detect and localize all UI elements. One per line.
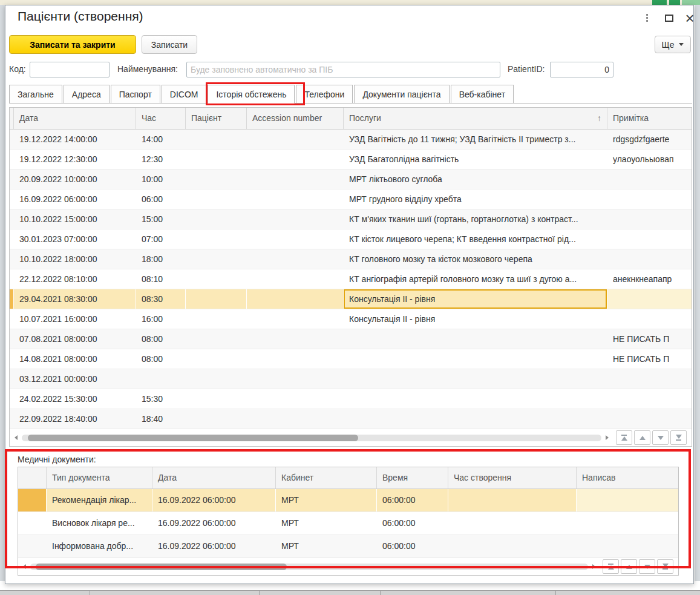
table-cell[interactable]: КТ м'яких тканин шиї (гортань, гортаногл… (344, 209, 607, 229)
table-cell[interactable]: 08:00 (136, 329, 186, 349)
table-cell[interactable] (344, 409, 607, 429)
table-cell[interactable] (607, 369, 692, 389)
table-row[interactable]: Висновок лікаря ре...16.09.2022 06:00:00… (18, 512, 678, 535)
table-cell[interactable]: 29.04.2021 08:30:00 (14, 289, 136, 309)
table-cell[interactable]: 08:10 (136, 269, 186, 289)
table-cell[interactable] (247, 289, 344, 309)
column-header[interactable]: Кабинет (276, 467, 377, 488)
table-cell[interactable] (247, 409, 344, 429)
table-cell[interactable]: Висновок лікаря ре... (47, 512, 152, 534)
column-header[interactable]: Тип документа (47, 467, 152, 488)
table-cell[interactable]: МРТ грудного відділу хребта (344, 189, 607, 209)
table-cell[interactable]: 14:00 (136, 130, 186, 149)
table-row[interactable]: Рекомендація лікар...16.09.2022 06:00:00… (18, 489, 678, 512)
scrollbar-track[interactable] (30, 564, 588, 570)
table-cell[interactable]: 16.09.2022 06:00:00 (152, 535, 276, 557)
column-header[interactable]: Написав (577, 467, 678, 488)
table-cell[interactable] (186, 229, 247, 249)
column-header[interactable]: Дата (14, 108, 136, 129)
table-row[interactable]: 30.01.2023 07:00:0007:00КТ кісток лицево… (10, 229, 692, 249)
table-cell[interactable]: 18:00 (136, 249, 186, 269)
table-cell[interactable]: 12:30 (136, 150, 186, 169)
table-cell[interactable]: 10.07.2021 16:00:00 (14, 309, 136, 329)
table-row[interactable]: 03.12.2021 00:00:00 (10, 369, 692, 389)
tab-1[interactable]: Адреса (64, 85, 110, 104)
table-cell[interactable] (247, 169, 344, 189)
table-cell[interactable]: МРТ (276, 535, 377, 557)
table-cell[interactable]: 08:30 (136, 289, 186, 309)
go-last-row-button[interactable] (657, 559, 673, 574)
column-header[interactable]: Accession number (247, 108, 344, 129)
table-cell[interactable] (247, 150, 344, 169)
table-cell[interactable] (344, 329, 607, 349)
table-cell[interactable]: УЗД Вагітність до 11 тижня; УЗД Вагітніс… (344, 130, 607, 149)
table-row[interactable]: 07.08.2021 08:00:0008:00НЕ ПИСАТЬ П (10, 329, 692, 349)
table-row[interactable]: 10.10.2022 18:00:0018:00КТ головного моз… (10, 249, 692, 269)
table-cell[interactable]: 16.09.2022 06:00:00 (152, 512, 276, 534)
save-and-close-button[interactable]: Записати та закрити (9, 35, 136, 54)
table-cell[interactable] (186, 329, 247, 349)
column-header[interactable]: Час (136, 108, 186, 129)
table-cell[interactable]: 16.09.2022 06:00:00 (14, 189, 136, 209)
table-cell[interactable]: МРТ (276, 489, 377, 511)
table-cell[interactable]: 22.12.2022 08:10:00 (14, 269, 136, 289)
tab-5[interactable]: Телефони (296, 85, 353, 104)
table-cell[interactable]: 15:30 (136, 389, 186, 409)
table-cell[interactable] (607, 309, 692, 329)
table-cell[interactable] (186, 309, 247, 329)
patient-id-input[interactable] (550, 62, 613, 77)
table-cell[interactable]: НЕ ПИСАТЬ П (607, 349, 692, 369)
table-cell[interactable]: 20.09.2022 10:00:00 (14, 169, 136, 189)
table-row[interactable]: 19.12.2022 14:00:0014:00УЗД Вагітність д… (10, 130, 692, 150)
table-cell[interactable]: Інформована добр... (47, 535, 152, 557)
table-cell[interactable]: 19.12.2022 12:30:00 (14, 150, 136, 169)
table-row[interactable]: 29.04.2021 08:30:0008:30Консультація ІІ … (10, 289, 692, 309)
table-cell[interactable] (577, 535, 678, 557)
table-cell[interactable] (186, 289, 247, 309)
table-cell[interactable]: 22.09.2022 18:40:00 (14, 409, 136, 429)
table-cell[interactable] (186, 150, 247, 169)
table-cell[interactable]: Консультація ІІ - рівня (344, 289, 607, 309)
code-input[interactable] (30, 62, 110, 77)
table-cell[interactable]: rdgsgdzfgaerte (607, 130, 692, 149)
table-row[interactable]: Інформована добр...16.09.2022 06:00:00МР… (18, 535, 678, 558)
tab-6[interactable]: Документи пацієнта (354, 85, 449, 104)
table-cell[interactable]: 07:00 (136, 229, 186, 249)
table-cell[interactable]: 19.12.2022 14:00:00 (14, 130, 136, 149)
table-cell[interactable] (186, 409, 247, 429)
table-cell[interactable] (247, 229, 344, 249)
table-row[interactable]: 14.08.2021 08:00:0008:00НЕ ПИСАТЬ П (10, 349, 692, 369)
column-header[interactable]: Время (377, 467, 448, 488)
table-cell[interactable]: МРТ (276, 512, 377, 534)
table-cell[interactable] (186, 349, 247, 369)
table-cell[interactable] (186, 189, 247, 209)
table-row[interactable]: 20.09.2022 10:00:0010:00МРТ ліктьового с… (10, 169, 692, 189)
scroll-right-icon[interactable] (592, 564, 595, 569)
table-cell[interactable] (607, 249, 692, 269)
table-cell[interactable] (186, 369, 247, 389)
table-cell[interactable]: МРТ ліктьового суглоба (344, 169, 607, 189)
table-cell[interactable] (186, 169, 247, 189)
scroll-left-icon[interactable] (23, 564, 26, 569)
tab-4[interactable]: Історія обстежень (208, 85, 295, 104)
table-cell[interactable]: КТ ангіографія артерій головного мозку т… (344, 269, 607, 289)
table-cell[interactable] (344, 389, 607, 409)
table-cell[interactable]: КТ кісток лицевого черепа; КТ введення к… (344, 229, 607, 249)
table-cell[interactable] (136, 369, 186, 389)
table-cell[interactable]: УЗД Багатоплідна вагітність (344, 150, 607, 169)
table-cell[interactable]: 24.02.2022 15:30:00 (14, 389, 136, 409)
scrollbar-thumb[interactable] (28, 435, 358, 441)
table-cell[interactable]: 08:00 (136, 349, 186, 369)
save-button[interactable]: Записати (142, 35, 197, 54)
table-cell[interactable] (247, 349, 344, 369)
table-cell[interactable]: анекнкнеапапр (607, 269, 692, 289)
table-cell[interactable] (247, 369, 344, 389)
table-row[interactable]: 10.07.2021 16:00:0016:00Консультація ІІ … (10, 309, 692, 329)
scroll-right-icon[interactable] (606, 435, 609, 440)
table-cell[interactable] (247, 389, 344, 409)
table-cell[interactable] (577, 489, 678, 511)
table-cell[interactable]: 14.08.2021 08:00:00 (14, 349, 136, 369)
go-last-row-button[interactable] (670, 430, 687, 445)
table-cell[interactable]: 03.12.2021 00:00:00 (14, 369, 136, 389)
table-cell[interactable]: улаоуольыовап (607, 150, 692, 169)
